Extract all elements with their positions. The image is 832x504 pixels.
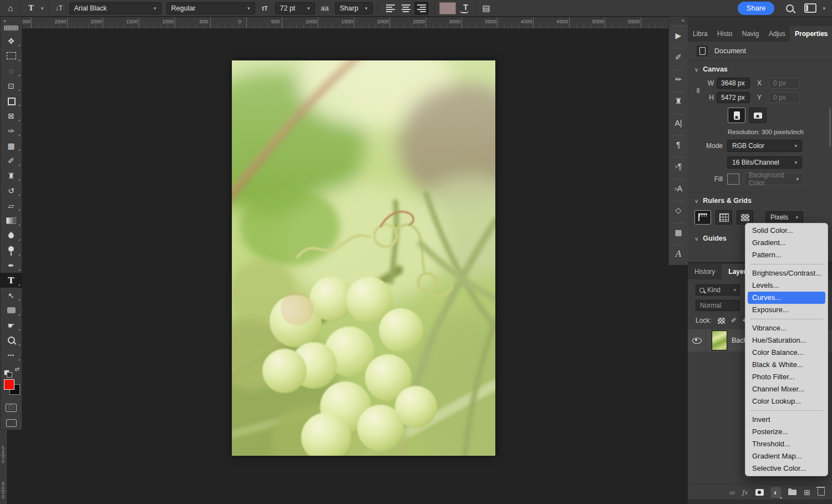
search-icon[interactable] <box>786 4 794 12</box>
move-tool[interactable]: ✥ <box>0 33 22 48</box>
toggle-rulers-button[interactable] <box>694 210 711 225</box>
toggle-grid-button[interactable] <box>716 210 732 225</box>
constrain-link-icon[interactable]: ∞ <box>694 86 703 94</box>
portrait-orientation-button[interactable] <box>728 108 745 123</box>
rulers-grids-section-header[interactable]: ∨ Rulers & Grids <box>688 192 832 209</box>
paragraph-styles-panel-icon[interactable]: ▫¶ <box>669 155 688 177</box>
type-tool[interactable]: T <box>0 273 22 288</box>
toggle-panels-icon[interactable]: ▤ <box>481 3 491 13</box>
shape-tool[interactable] <box>0 303 22 318</box>
menu-item-brightness-contrast[interactable]: Brightness/Contrast... <box>745 267 828 279</box>
menu-item-gradient[interactable]: Gradient... <box>745 237 828 249</box>
menu-item-vibrance[interactable]: Vibrance... <box>745 322 828 334</box>
more-options[interactable]: ••• <box>0 348 22 363</box>
group-layers-icon[interactable] <box>788 490 797 495</box>
toolbar-collapse-icon[interactable]: » <box>1 17 22 26</box>
actions-panel-icon[interactable]: ▶ <box>669 24 688 46</box>
layer-thumbnail[interactable] <box>712 330 727 350</box>
menu-item-threshold[interactable]: Threshold... <box>745 438 828 450</box>
fill-swatch[interactable] <box>727 174 739 185</box>
fill-select[interactable]: Background Color ▾ <box>744 173 804 185</box>
share-button[interactable]: Share <box>738 2 775 15</box>
blur-tool[interactable] <box>0 228 22 243</box>
menu-item-solid-color[interactable]: Solid Color... <box>745 225 828 237</box>
crop-tool[interactable] <box>0 93 22 108</box>
foreground-color-swatch[interactable] <box>4 379 14 390</box>
workspace-icon[interactable] <box>804 3 816 13</box>
menu-item-black-white[interactable]: Black & White... <box>745 359 828 371</box>
text-orientation-icon[interactable]: ↓T <box>54 4 64 12</box>
delete-layer-icon[interactable] <box>818 488 825 496</box>
spot-healing-brush-tool[interactable]: ▩ <box>0 138 22 153</box>
pen-tool[interactable]: ✒ <box>0 258 22 273</box>
eraser-tool[interactable]: ▱ <box>0 198 22 213</box>
chevron-down-icon[interactable]: ▾ <box>823 6 825 11</box>
menu-item-posterize[interactable]: Posterize... <box>745 426 828 438</box>
path-selection-tool[interactable]: ↖ <box>0 288 22 303</box>
swap-colors-icon[interactable]: ⇄ <box>3 366 19 377</box>
panel-scrollbar[interactable] <box>829 108 831 147</box>
pattern-preview-panel-icon[interactable]: ▦ <box>669 221 688 243</box>
tab-adjustments[interactable]: Adjus <box>764 26 790 42</box>
font-style-select[interactable]: Regular ▾ <box>166 2 255 14</box>
history-brush-tool[interactable]: ↺ <box>0 183 22 198</box>
hand-tool[interactable]: ☛ <box>0 318 22 333</box>
lock-paint-icon[interactable]: ✐ <box>731 317 737 324</box>
menu-item-photo-filter[interactable]: Photo Filter... <box>745 371 828 383</box>
menu-item-curves[interactable]: Curves... <box>748 292 825 304</box>
dock-collapse-icon[interactable]: « <box>669 17 688 24</box>
clone-stamp-tool[interactable]: ♜ <box>0 168 22 183</box>
height-input[interactable]: 5472 px <box>717 92 750 103</box>
landscape-orientation-button[interactable] <box>749 108 767 123</box>
screen-mode-button[interactable] <box>6 419 17 427</box>
canvas-section-header[interactable]: ∨ Canvas <box>688 61 832 78</box>
font-size-select[interactable]: 72 pt ▾ <box>275 2 315 14</box>
menu-item-color-lookup[interactable]: Color Lookup... <box>745 395 828 408</box>
bit-depth-select[interactable]: 16 Bits/Channel ▾ <box>727 156 802 169</box>
font-family-select[interactable]: Arial Black ▾ <box>69 2 161 14</box>
eyedropper-tool[interactable]: ✑ <box>0 123 22 138</box>
x-input[interactable]: 0 px <box>769 78 800 89</box>
toolbar-grip[interactable] <box>4 26 18 30</box>
menu-item-levels[interactable]: Levels... <box>745 279 828 292</box>
layer-filter-select[interactable]: Kind ▾ <box>696 284 740 296</box>
home-icon[interactable]: ⌂ <box>6 3 16 13</box>
align-left-button[interactable] <box>383 2 398 15</box>
chevron-down-icon[interactable]: ▾ <box>41 6 44 11</box>
blend-mode-select[interactable]: Normal <box>696 300 740 311</box>
text-color-swatch[interactable] <box>439 2 456 14</box>
layer-visibility-toggle[interactable] <box>688 329 706 352</box>
frame-tool[interactable]: ⊠ <box>0 108 22 123</box>
tab-navigator[interactable]: Navig <box>737 26 764 42</box>
anti-alias-select[interactable]: Sharp ▾ <box>335 2 373 14</box>
tab-history[interactable]: History <box>688 264 722 279</box>
layer-mask-icon[interactable] <box>755 489 764 496</box>
menu-item-exposure[interactable]: Exposure... <box>745 304 828 316</box>
lasso-tool[interactable]: ◌ <box>0 63 22 78</box>
type-tool-icon[interactable]: T <box>26 3 36 13</box>
units-select[interactable]: Pixels ▾ <box>765 211 803 223</box>
menu-item-invert[interactable]: Invert <box>745 414 828 426</box>
quick-mask-button[interactable] <box>6 404 17 412</box>
menu-item-hue-saturation[interactable]: Hue/Saturation... <box>745 334 828 347</box>
layer-effects-icon[interactable]: fx <box>742 488 748 497</box>
new-adjustment-layer-icon[interactable]: ◐ <box>771 487 781 498</box>
y-input[interactable]: 0 px <box>769 92 800 103</box>
tab-histogram[interactable]: Histo <box>712 26 737 42</box>
panel-menu-icon[interactable]: ≡ <box>821 29 832 38</box>
brushes-panel-icon[interactable]: ✏ <box>669 68 688 90</box>
dodge-tool[interactable] <box>0 243 22 258</box>
menu-item-channel-mixer[interactable]: Channel Mixer... <box>745 383 828 395</box>
warp-text-icon[interactable]: T <box>461 3 471 13</box>
width-input[interactable]: 3648 px <box>717 78 750 89</box>
gradient-tool[interactable] <box>0 213 22 228</box>
3d-panel-icon[interactable]: ◇ <box>669 199 688 221</box>
clone-source-panel-icon[interactable]: ♜ <box>669 90 688 111</box>
menu-item-pattern[interactable]: Pattern... <box>745 249 828 261</box>
align-right-button[interactable] <box>414 2 429 15</box>
color-mode-select[interactable]: RGB Color ▾ <box>727 140 802 152</box>
menu-item-gradient-map[interactable]: Gradient Map... <box>745 450 828 462</box>
document-canvas-image[interactable] <box>232 60 495 456</box>
zoom-tool[interactable] <box>0 333 22 348</box>
paragraph-panel-icon[interactable]: ¶ <box>669 134 688 155</box>
